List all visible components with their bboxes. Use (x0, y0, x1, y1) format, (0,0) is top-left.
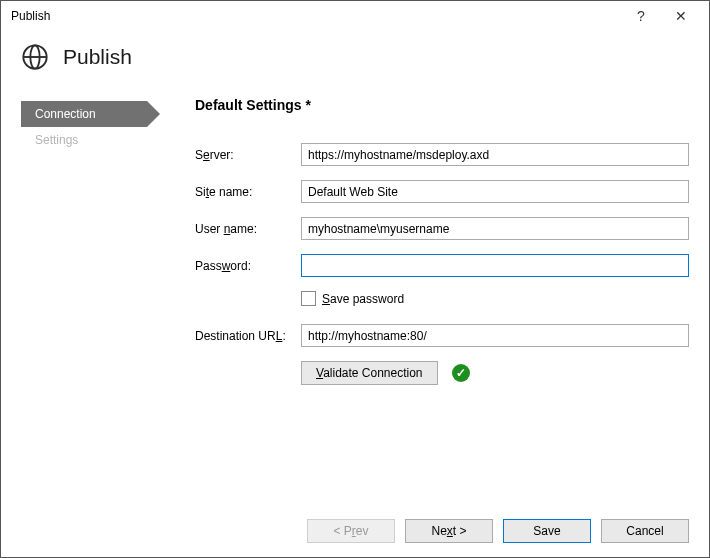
row-save-password: Save password (301, 291, 689, 306)
footer: < Prev Next > Save Cancel (307, 519, 689, 543)
close-button[interactable]: ✕ (661, 8, 701, 24)
save-password-label: Save password (322, 292, 404, 306)
sidebar-item-settings[interactable]: Settings (21, 127, 171, 153)
page-title: Publish (63, 45, 132, 69)
sidebar-item-connection[interactable]: Connection (21, 101, 147, 127)
sidebar: Connection Settings (21, 89, 171, 385)
next-button[interactable]: Next > (405, 519, 493, 543)
label-password: Password: (195, 259, 301, 273)
destination-input[interactable] (301, 324, 689, 347)
save-password-checkbox[interactable] (301, 291, 316, 306)
label-username: User name: (195, 222, 301, 236)
row-username: User name: (195, 217, 689, 240)
header: Publish (1, 31, 709, 89)
validate-connection-button[interactable]: Validate Connection (301, 361, 438, 385)
label-sitename: Site name: (195, 185, 301, 199)
content: Connection Settings Default Settings * S… (1, 89, 709, 385)
cancel-button[interactable]: Cancel (601, 519, 689, 543)
sitename-input[interactable] (301, 180, 689, 203)
row-destination: Destination URL: (195, 324, 689, 347)
section-title: Default Settings * (195, 97, 689, 113)
row-validate: Validate Connection ✓ (301, 361, 689, 385)
save-button[interactable]: Save (503, 519, 591, 543)
label-destination: Destination URL: (195, 329, 301, 343)
label-server: Server: (195, 148, 301, 162)
window-title: Publish (11, 9, 621, 23)
prev-button: < Prev (307, 519, 395, 543)
server-input[interactable] (301, 143, 689, 166)
row-password: Password: (195, 254, 689, 277)
sidebar-item-label: Connection (35, 107, 96, 121)
row-sitename: Site name: (195, 180, 689, 203)
help-button[interactable]: ? (621, 8, 661, 24)
check-icon: ✓ (452, 364, 470, 382)
sidebar-item-label: Settings (35, 133, 78, 147)
globe-icon (21, 43, 49, 71)
row-server: Server: (195, 143, 689, 166)
username-input[interactable] (301, 217, 689, 240)
password-input[interactable] (301, 254, 689, 277)
main-panel: Default Settings * Server: Site name: Us… (171, 89, 689, 385)
titlebar: Publish ? ✕ (1, 1, 709, 31)
